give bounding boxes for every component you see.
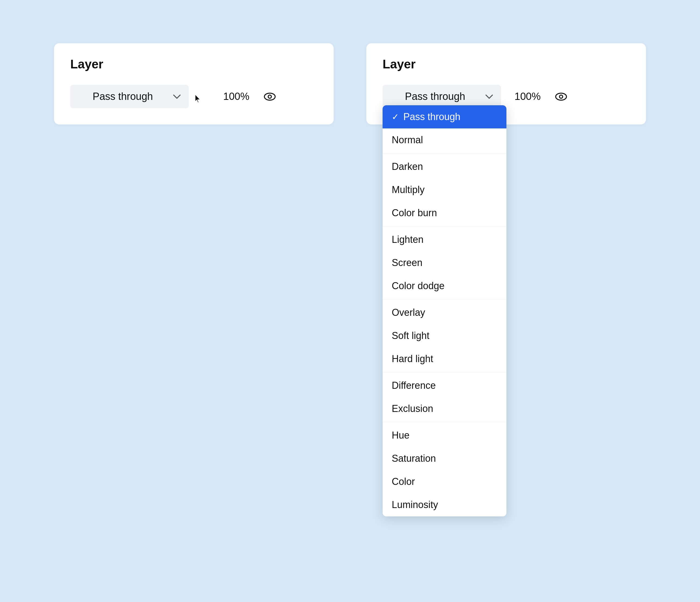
blend-option-color-burn[interactable]: Color burn	[382, 201, 506, 225]
blend-option-darken-label: Darken	[392, 161, 497, 172]
right-blend-mode-label: Pass through	[391, 91, 479, 102]
blend-option-exclusion[interactable]: Exclusion	[382, 397, 506, 420]
blend-option-overlay[interactable]: Overlay	[382, 301, 506, 324]
right-chevron-down-icon	[485, 92, 493, 101]
blend-mode-dropdown-menu: ✓ Pass through Normal Darken Multiply Co…	[382, 105, 506, 517]
svg-point-2	[556, 93, 567, 100]
blend-option-hard-light-label: Hard light	[392, 353, 497, 365]
check-icon: ✓	[392, 112, 399, 122]
blend-option-soft-light[interactable]: Soft light	[382, 324, 506, 347]
left-opacity-value: 100%	[223, 91, 249, 102]
left-blend-mode-label: Pass through	[78, 91, 167, 102]
right-panel-card: Layer Pass through 100%	[366, 43, 646, 125]
divider-3	[382, 299, 506, 299]
blend-option-lighten-label: Lighten	[392, 234, 497, 245]
blend-option-hue[interactable]: Hue	[382, 424, 506, 447]
left-panel-card: Layer Pass through 100%	[54, 43, 334, 125]
divider-4	[382, 372, 506, 372]
divider-2	[382, 226, 506, 226]
blend-option-color-dodge-label: Color dodge	[392, 280, 497, 292]
svg-point-1	[268, 95, 271, 98]
blend-option-multiply[interactable]: Multiply	[382, 178, 506, 201]
blend-option-color-label: Color	[392, 476, 497, 487]
blend-option-hue-label: Hue	[392, 430, 497, 441]
blend-option-multiply-label: Multiply	[392, 184, 497, 196]
blend-option-difference[interactable]: Difference	[382, 374, 506, 397]
blend-option-pass-through-label: Pass through	[403, 111, 497, 123]
blend-option-normal-label: Normal	[392, 134, 497, 146]
blend-option-lighten[interactable]: Lighten	[382, 228, 506, 251]
left-blend-mode-dropdown[interactable]: Pass through	[70, 85, 189, 108]
blend-option-difference-label: Difference	[392, 380, 497, 391]
blend-option-soft-light-label: Soft light	[392, 330, 497, 342]
svg-point-0	[265, 93, 275, 100]
blend-option-overlay-label: Overlay	[392, 307, 497, 318]
blend-option-pass-through[interactable]: ✓ Pass through	[382, 105, 506, 128]
blend-option-normal[interactable]: Normal	[382, 128, 506, 152]
panels-container: Layer Pass through 100%	[54, 43, 646, 125]
left-panel-title: Layer	[70, 57, 318, 71]
blend-option-color-dodge[interactable]: Color dodge	[382, 274, 506, 298]
left-eye-icon[interactable]	[263, 90, 277, 104]
blend-option-saturation[interactable]: Saturation	[382, 447, 506, 470]
blend-option-darken[interactable]: Darken	[382, 155, 506, 178]
blend-option-luminosity-label: Luminosity	[392, 499, 497, 510]
divider-5	[382, 422, 506, 422]
cursor-icon	[194, 94, 202, 104]
left-panel-controls: Pass through 100%	[70, 85, 318, 108]
blend-option-color[interactable]: Color	[382, 470, 506, 493]
blend-option-exclusion-label: Exclusion	[392, 403, 497, 415]
divider-1	[382, 153, 506, 153]
right-blend-mode-dropdown[interactable]: Pass through	[382, 85, 501, 108]
right-panel-title: Layer	[382, 57, 630, 71]
blend-option-screen[interactable]: Screen	[382, 251, 506, 274]
blend-option-luminosity[interactable]: Luminosity	[382, 493, 506, 517]
blend-option-saturation-label: Saturation	[392, 453, 497, 464]
svg-point-3	[559, 95, 563, 98]
chevron-down-icon	[173, 92, 181, 101]
blend-option-hard-light[interactable]: Hard light	[382, 347, 506, 371]
right-opacity-value: 100%	[515, 91, 541, 102]
blend-option-color-burn-label: Color burn	[392, 207, 497, 219]
right-eye-icon[interactable]	[554, 90, 568, 104]
blend-option-screen-label: Screen	[392, 257, 497, 269]
right-panel-controls: Pass through 100%	[382, 85, 630, 108]
